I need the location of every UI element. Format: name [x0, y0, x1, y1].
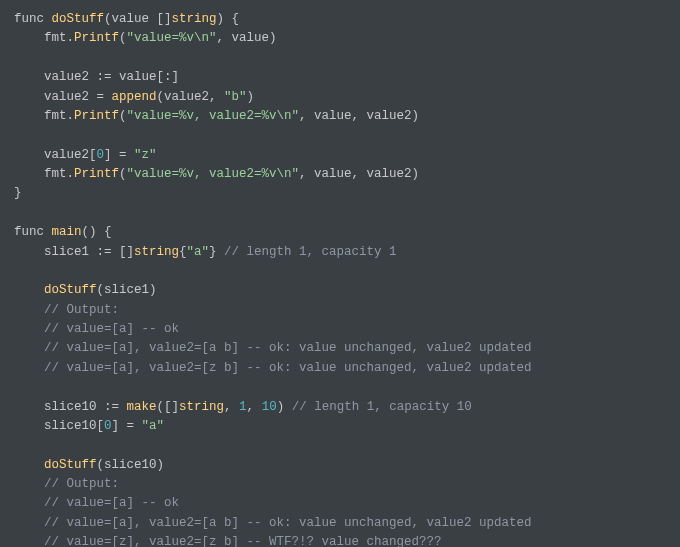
line: // Output:: [14, 477, 119, 491]
line: doStuff(slice1): [14, 283, 157, 297]
line: func main() {: [14, 225, 112, 239]
line: slice1 := []string{"a"} // length 1, cap…: [14, 245, 397, 259]
line: fmt.Printf("value=%v, value2=%v\n", valu…: [14, 109, 419, 123]
line: // value=[a] -- ok: [14, 322, 179, 336]
line: slice10[0] = "a": [14, 419, 164, 433]
line: // value=[a], value2=[a b] -- ok: value …: [14, 341, 532, 355]
line: value2[0] = "z": [14, 148, 157, 162]
line: // Output:: [14, 303, 119, 317]
line: value2 := value[:]: [14, 70, 179, 84]
code-block: func doStuff(value []string) { fmt.Print…: [0, 0, 680, 547]
line: // value=[z], value2=[z b] -- WTF?!? val…: [14, 535, 442, 547]
line: func doStuff(value []string) {: [14, 12, 239, 26]
line: fmt.Printf("value=%v, value2=%v\n", valu…: [14, 167, 419, 181]
line: }: [14, 186, 22, 200]
line: fmt.Printf("value=%v\n", value): [14, 31, 277, 45]
line: // value=[a] -- ok: [14, 496, 179, 510]
line: value2 = append(value2, "b"): [14, 90, 254, 104]
line: slice10 := make([]string, 1, 10) // leng…: [14, 400, 472, 414]
line: // value=[a], value2=[z b] -- ok: value …: [14, 361, 532, 375]
line: // value=[a], value2=[a b] -- ok: value …: [14, 516, 532, 530]
line: doStuff(slice10): [14, 458, 164, 472]
